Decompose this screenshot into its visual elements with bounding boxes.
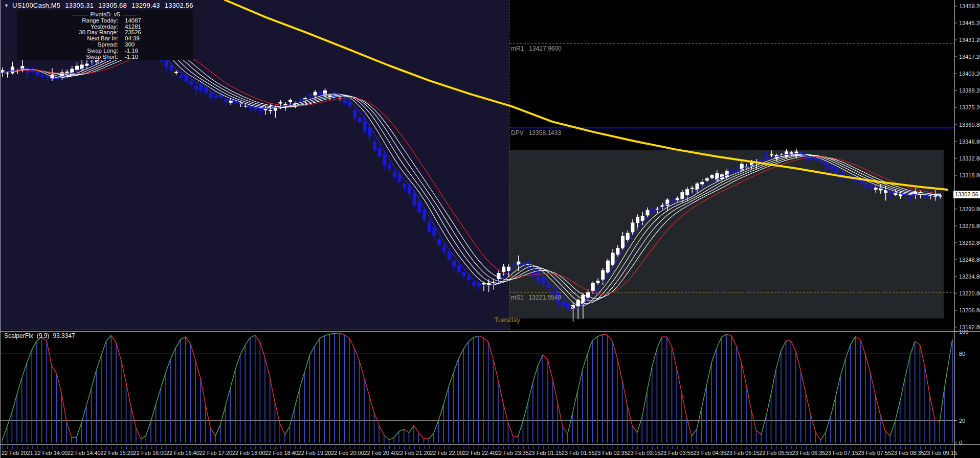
info-value: 14087 [125, 18, 141, 24]
quote-close: 13302.56 [165, 2, 193, 9]
info-value: 300 [125, 42, 135, 48]
current-price-tag: 13302.56 [953, 191, 980, 198]
time-axis-label: 22 Feb 14:00 [34, 450, 68, 456]
quote-open: 13305.31 [65, 2, 94, 9]
info-row: Swap Long:-1.16 [17, 48, 193, 54]
time-axis-label: 22 Feb 17:20 [199, 450, 232, 456]
pivot-value: 13358.1433 [529, 129, 561, 136]
time-axis-label: 23 Feb 06:35 [792, 450, 826, 456]
price-axis-label: 13360.80 [959, 122, 980, 128]
price-axis-label: 13234.80 [959, 273, 980, 280]
pivot-value: 13221.5549 [529, 294, 561, 301]
time-axis-label: 22 Feb 2021 [2, 450, 33, 456]
time-axis-label: 22 Feb 22:40 [463, 450, 496, 456]
quote-high: 13305.68 [98, 2, 127, 9]
symbol-title: ▼US100Cash,M513305.3113305.6813299.43133… [4, 2, 193, 9]
price-axis-label: 13346.80 [959, 139, 980, 145]
osc-scale-label: 0 [959, 440, 962, 446]
time-axis-label: 23 Feb 03:15 [628, 450, 661, 456]
info-row: Swap Short:-1.10 [17, 54, 193, 60]
time-axis-label: 22 Feb 15:20 [100, 450, 133, 456]
info-row: Range Today:14087 [17, 18, 193, 24]
osc-scale-label: 20 [959, 418, 965, 424]
oscillator-params: (9,9) [37, 332, 50, 339]
price-axis-label: 13389.20 [959, 87, 980, 94]
info-row: Spread:300 [17, 42, 193, 48]
time-axis-label: 23 Feb 01:55 [562, 450, 595, 456]
price-axis-label: 13318.80 [959, 172, 980, 178]
session-day-label: Tuesday [494, 316, 520, 324]
info-label: Swap Long: [17, 48, 118, 54]
info-label: Spread: [17, 42, 118, 48]
pivot-dpv-label: DPV13358.1433 [511, 129, 561, 136]
time-axis-label: 23 Feb 03:55 [660, 450, 694, 456]
pivot-name: mR1 [511, 45, 524, 52]
pivot-ms1-label: mS113221.5549 [511, 294, 561, 301]
osc-scale-label: 80 [959, 351, 965, 357]
chart-canvas[interactable]: 13459.2013445.2013431.2013417.2013403.20… [0, 0, 980, 458]
price-axis-label: 13403.20 [959, 71, 980, 77]
info-value: -1.10 [125, 54, 138, 60]
oscillator-current-value: 93.3347 [53, 332, 75, 339]
price-axis-label: 13290.80 [959, 206, 980, 212]
pivots-info-panel: -------- PivotsD_v5 -------- Range Today… [17, 10, 193, 60]
time-axis-label: 22 Feb 20:40 [364, 450, 397, 456]
info-value: -1.16 [125, 48, 138, 54]
osc-scale-label: 100 [959, 329, 968, 335]
time-axis-label: 22 Feb 18:40 [265, 450, 298, 456]
time-axis-label: 22 Feb 16:00 [133, 450, 167, 456]
info-label: Swap Short: [17, 54, 118, 60]
pivot-name: DPV [511, 129, 524, 136]
time-axis-label: 22 Feb 18:00 [232, 450, 265, 456]
time-axis-label: 22 Feb 19:20 [298, 450, 331, 456]
time-axis-label: 23 Feb 04:35 [693, 450, 726, 456]
price-axis-label: 13248.80 [959, 257, 980, 263]
info-label: Range Today: [17, 18, 118, 24]
time-axis-label: 23 Feb 01:15 [528, 450, 562, 456]
price-axis-label: 13262.80 [959, 240, 980, 246]
time-axis-label: 22 Feb 20:00 [331, 450, 364, 456]
oscillator-name: ScalperFix [4, 332, 33, 339]
pivot-name: mS1 [511, 294, 524, 301]
time-axis-label: 22 Feb 14:40 [68, 450, 101, 456]
price-axis-label: 13445.20 [959, 20, 980, 26]
symbol-name: US100Cash,M5 [12, 2, 60, 9]
time-axis-label: 23 Feb 05:55 [759, 450, 792, 456]
price-axis-label: 13206.80 [959, 307, 980, 313]
price-axis-label: 13417.20 [959, 54, 980, 60]
pivot-mr1-label: mR113427.9600 [511, 45, 562, 52]
time-axis-label: 23 Feb 02:35 [594, 450, 628, 456]
price-axis-label: 13431.20 [959, 37, 980, 43]
oscillator-title: ScalperFix(9,9)93.3347 [4, 332, 79, 339]
price-axis-label: 13220.80 [959, 290, 980, 296]
time-axis-label: 23 Feb 07:55 [858, 450, 891, 456]
time-axis-label: 23 Feb 08:35 [891, 450, 924, 456]
time-axis-label: 22 Feb 22:00 [430, 450, 463, 456]
time-axis-label: 23 Feb 05:15 [726, 450, 760, 456]
chart-dropdown-icon[interactable]: ▼ [4, 3, 9, 8]
pivot-value: 13427.9600 [529, 45, 561, 52]
mt4-chart-window: 13459.2013445.2013431.2013417.2013403.20… [0, 0, 980, 458]
time-axis-label: 23 Feb 07:15 [825, 450, 858, 456]
price-axis-label: 13332.80 [959, 155, 980, 162]
price-axis-label: 13276.80 [959, 223, 980, 229]
time-axis-label: 22 Feb 21:20 [397, 450, 430, 456]
time-axis-label: 23 Feb 09:15 [924, 450, 957, 456]
price-axis-label: 13459.20 [959, 3, 980, 9]
price-axis-label: 13375.20 [959, 104, 980, 110]
time-axis-label: 22 Feb 23:35 [496, 450, 529, 456]
time-axis-label: 22 Feb 16:40 [166, 450, 199, 456]
quote-low: 13299.43 [131, 2, 160, 9]
backgrounds [0, 0, 980, 458]
